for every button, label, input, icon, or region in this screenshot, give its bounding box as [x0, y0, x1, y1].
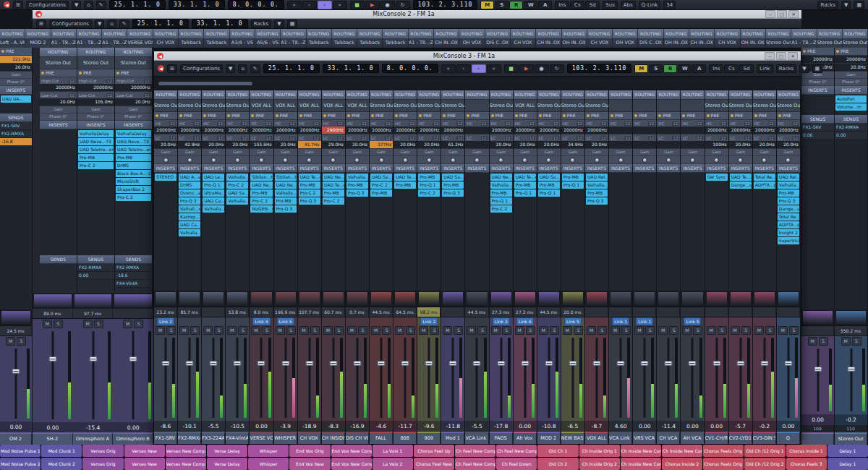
pre-rack-header[interactable]: PRE	[681, 112, 704, 120]
fader-level-value[interactable]: -8.3	[322, 421, 345, 432]
input-routing-cell[interactable]: OH VOX	[459, 38, 485, 48]
edit-icon[interactable]: ✎	[119, 20, 129, 28]
pre-gain[interactable]: Gain	[537, 149, 561, 156]
insert-chip[interactable]: Valhall...om	[179, 205, 200, 213]
solo-button[interactable]: S	[262, 326, 271, 335]
meter-value[interactable]: 34	[663, 1, 676, 9]
caption-button[interactable]: □	[777, 10, 787, 18]
fader-level-value[interactable]: -5.5	[202, 421, 225, 432]
inserts-rack-header[interactable]: INSERTS	[835, 86, 867, 95]
fader-handle[interactable]	[353, 361, 361, 366]
track-tag[interactable]: Ch Inside New Comp 2	[621, 458, 661, 470]
routing-rack-header[interactable]: ROUTING	[562, 29, 587, 38]
input-routing-cell[interactable]: CH IN..OX	[689, 38, 715, 48]
mute-button[interactable]: M	[634, 326, 644, 335]
dropdown-arrow-icon[interactable]: ▼	[95, 20, 104, 28]
edit-icon[interactable]: ✎	[250, 64, 260, 73]
fader-level-value[interactable]: -10.1	[178, 421, 201, 432]
transport-locate-button[interactable]: «	[287, 1, 302, 9]
pre-on-led[interactable]	[539, 114, 542, 117]
pre-gain[interactable]: Gain	[801, 72, 834, 79]
fader-level-value[interactable]: 0.00	[777, 421, 800, 432]
fader-level-value[interactable]: -5.5	[465, 421, 488, 432]
high-cut-frequency[interactable]: 20000Hz	[250, 127, 273, 134]
transport-button[interactable]: ↻	[550, 64, 564, 73]
low-cut-frequency[interactable]: 20.0Hz	[417, 141, 441, 149]
low-cut-frequency[interactable]: 100Hz	[705, 141, 728, 149]
channel-name[interactable]: MOD 2	[537, 432, 561, 444]
pre-on-led[interactable]	[227, 114, 230, 117]
channel-name[interactable]: OM 2	[0, 432, 32, 445]
tertiary-time-display[interactable]: 8. 0. 0. 0.	[228, 0, 284, 9]
mute-button[interactable]: M	[707, 326, 716, 335]
solo-button[interactable]: S	[789, 326, 799, 335]
insert-chip[interactable]: Pro-Q 1	[514, 189, 536, 197]
low-cut-frequency[interactable]	[681, 141, 704, 149]
insert-chip[interactable]: Pro-Q 3	[442, 189, 464, 197]
racks-dropdown[interactable]: Racks	[251, 20, 272, 28]
send-slot[interactable]: FX2-RMXA	[77, 264, 114, 272]
insert-chip[interactable]: Total Re...2	[778, 213, 799, 221]
gain-knob[interactable]	[202, 156, 225, 164]
solo-button[interactable]: S	[54, 320, 63, 328]
output-routing[interactable]: VOX ALL	[346, 100, 369, 112]
inserts-rack-header[interactable]: INSERTS	[777, 164, 800, 173]
channel-name[interactable]: FX3-224A	[202, 432, 225, 444]
routing-rack-header[interactable]: ROUTING	[178, 90, 201, 100]
high-cut-frequency[interactable]: 20000Hz	[705, 127, 728, 134]
automation-button[interactable]: M	[480, 1, 494, 9]
output-routing[interactable]: VOX ALL	[274, 100, 297, 112]
insert-chip[interactable]: SW Sync	[706, 174, 728, 181]
solo-button[interactable]: S	[190, 326, 200, 335]
pre-gain[interactable]: Gain	[250, 149, 273, 156]
insert-chip[interactable]: Pro-MB	[323, 189, 344, 197]
solo-button[interactable]: S	[621, 326, 631, 335]
fader-handle[interactable]	[784, 361, 792, 366]
routing-rack-header[interactable]: ROUTING	[274, 90, 297, 100]
channel-name[interactable]: FALL	[370, 432, 393, 444]
routing-rack-header[interactable]: ROUTING	[459, 29, 485, 38]
solo-button[interactable]: S	[286, 326, 296, 335]
routing-rack-header[interactable]: ROUTING	[514, 90, 537, 100]
track-tag[interactable]: Old Ch /12 Orig 2	[744, 458, 785, 470]
send-slot[interactable]: FX2-RMXA	[835, 124, 867, 132]
gain-knob[interactable]	[298, 156, 321, 164]
insert-chip[interactable]: Valhalla...ay	[179, 229, 200, 236]
channel-name[interactable]: WHISPER	[274, 432, 297, 444]
insert-chip[interactable]: Pro-Q 3	[346, 189, 368, 197]
mute-button[interactable]: M	[658, 326, 668, 335]
fader-handle[interactable]	[617, 361, 625, 366]
pre-rack-header[interactable]: PRE	[465, 112, 488, 120]
transport-locate-button[interactable]: ‹	[456, 64, 471, 73]
fader-level-value[interactable]: -3.9	[274, 421, 297, 432]
routing-rack-header[interactable]: ROUTING	[255, 29, 281, 38]
insert-chip[interactable]: UAD Ne...73	[490, 174, 512, 181]
horizontal-scrollbar[interactable]	[158, 82, 252, 85]
routing-rack-header[interactable]: ROUTING	[204, 29, 229, 38]
channel-op-button[interactable]: Cs	[724, 64, 739, 73]
routing-rack-header[interactable]: ROUTING	[179, 29, 204, 38]
insert-chip[interactable]: Total Re...2	[754, 174, 775, 181]
dropdown-arrow-icon[interactable]: ▼	[274, 20, 284, 28]
inserts-rack-header[interactable]: INSERTS	[417, 164, 441, 173]
pre-on-led[interactable]	[707, 114, 710, 117]
insert-chip[interactable]: Pro-MB	[116, 154, 151, 161]
link-badge[interactable]: Link 5	[277, 317, 294, 325]
high-cut-frequency[interactable]: 20000Hz	[801, 56, 834, 64]
track-tag[interactable]: Ch Inside Orig 1	[579, 445, 620, 457]
fader-level-value[interactable]: -8.7	[585, 421, 608, 432]
low-cut-frequency[interactable]: 20.0Hz	[393, 141, 417, 149]
insert-chip[interactable]: ADPTR...pe	[754, 181, 775, 189]
track-tag[interactable]: La Voix 1	[373, 445, 413, 457]
track-tag[interactable]: Ch Inside New Comp 1	[621, 445, 661, 457]
window-layout-button[interactable]: ⊞	[13, 1, 23, 9]
routing-rack-header[interactable]: ROUTING	[0, 29, 25, 38]
channel-name[interactable]: DIS CH VOX	[346, 432, 369, 444]
output-routing[interactable]: Stereo Out	[178, 100, 201, 112]
pre-on-led[interactable]	[682, 114, 685, 117]
output-routing[interactable]: Stereo Out	[154, 100, 177, 112]
routing-rack-header[interactable]: ROUTING	[307, 29, 332, 38]
high-cut-frequency[interactable]: 20000Hz	[393, 127, 417, 134]
fader-handle[interactable]	[401, 361, 409, 366]
transport-button[interactable]: ■	[504, 64, 519, 73]
